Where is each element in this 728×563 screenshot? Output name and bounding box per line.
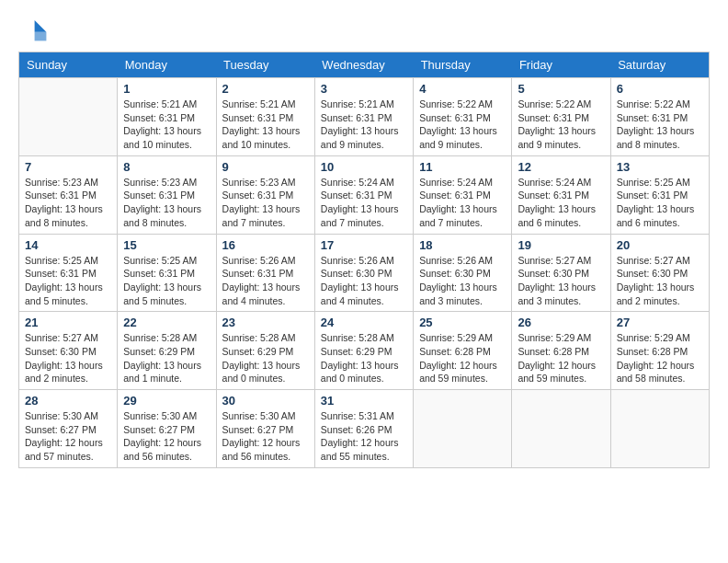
- calendar-week-row: 28Sunrise: 5:30 AM Sunset: 6:27 PM Dayli…: [19, 390, 710, 468]
- calendar-week-row: 21Sunrise: 5:27 AM Sunset: 6:30 PM Dayli…: [19, 312, 710, 390]
- day-info: Sunrise: 5:28 AM Sunset: 6:29 PM Dayligh…: [123, 331, 210, 385]
- calendar-cell: 18Sunrise: 5:26 AM Sunset: 6:30 PM Dayli…: [414, 234, 512, 312]
- calendar-cell: 7Sunrise: 5:23 AM Sunset: 6:31 PM Daylig…: [19, 155, 118, 234]
- day-number: 21: [25, 316, 111, 329]
- calendar-cell: 25Sunrise: 5:29 AM Sunset: 6:28 PM Dayli…: [414, 312, 512, 390]
- day-number: 8: [123, 160, 210, 174]
- day-info: Sunrise: 5:29 AM Sunset: 6:28 PM Dayligh…: [617, 331, 703, 385]
- calendar-cell: 27Sunrise: 5:29 AM Sunset: 6:28 PM Dayli…: [610, 312, 709, 390]
- day-number: 18: [419, 238, 506, 252]
- calendar-cell: 4Sunrise: 5:22 AM Sunset: 6:31 PM Daylig…: [414, 78, 512, 156]
- day-info: Sunrise: 5:24 AM Sunset: 6:31 PM Dayligh…: [518, 176, 604, 230]
- day-info: Sunrise: 5:27 AM Sunset: 6:30 PM Dayligh…: [617, 254, 703, 308]
- svg-marker-1: [35, 32, 47, 41]
- column-header-sunday: Sunday: [19, 52, 118, 78]
- calendar-cell: 3Sunrise: 5:21 AM Sunset: 6:31 PM Daylig…: [314, 78, 413, 156]
- calendar-cell: 5Sunrise: 5:22 AM Sunset: 6:31 PM Daylig…: [512, 78, 610, 156]
- day-number: 4: [419, 82, 506, 96]
- day-info: Sunrise: 5:30 AM Sunset: 6:27 PM Dayligh…: [222, 409, 309, 464]
- calendar-table: SundayMondayTuesdayWednesdayThursdayFrid…: [18, 52, 710, 468]
- column-header-friday: Friday: [512, 52, 610, 78]
- day-number: 30: [222, 394, 309, 408]
- calendar-cell: 21Sunrise: 5:27 AM Sunset: 6:30 PM Dayli…: [19, 312, 118, 390]
- calendar-cell: 31Sunrise: 5:31 AM Sunset: 6:26 PM Dayli…: [314, 390, 413, 468]
- day-number: 17: [321, 238, 407, 252]
- day-info: Sunrise: 5:27 AM Sunset: 6:30 PM Dayligh…: [518, 254, 604, 308]
- day-info: Sunrise: 5:25 AM Sunset: 6:31 PM Dayligh…: [123, 254, 210, 308]
- calendar-cell: 11Sunrise: 5:24 AM Sunset: 6:31 PM Dayli…: [414, 155, 512, 234]
- day-info: Sunrise: 5:26 AM Sunset: 6:31 PM Dayligh…: [222, 254, 309, 308]
- column-header-tuesday: Tuesday: [216, 52, 314, 78]
- calendar-week-row: 14Sunrise: 5:25 AM Sunset: 6:31 PM Dayli…: [19, 234, 710, 312]
- calendar-cell: 6Sunrise: 5:22 AM Sunset: 6:31 PM Daylig…: [610, 78, 709, 156]
- calendar-cell: [19, 78, 118, 156]
- column-header-saturday: Saturday: [610, 52, 709, 78]
- day-number: 1: [123, 82, 210, 96]
- calendar-cell: 14Sunrise: 5:25 AM Sunset: 6:31 PM Dayli…: [19, 234, 118, 312]
- day-info: Sunrise: 5:23 AM Sunset: 6:31 PM Dayligh…: [25, 176, 111, 230]
- day-info: Sunrise: 5:22 AM Sunset: 6:31 PM Dayligh…: [617, 98, 703, 152]
- day-number: 31: [321, 394, 407, 408]
- calendar-cell: [610, 390, 709, 468]
- day-number: 12: [518, 160, 604, 174]
- logo-icon: [18, 18, 48, 44]
- day-number: 11: [419, 160, 506, 174]
- day-info: Sunrise: 5:28 AM Sunset: 6:29 PM Dayligh…: [222, 331, 309, 385]
- calendar-cell: 17Sunrise: 5:26 AM Sunset: 6:30 PM Dayli…: [314, 234, 413, 312]
- day-info: Sunrise: 5:29 AM Sunset: 6:28 PM Dayligh…: [518, 331, 604, 385]
- logo: [18, 18, 51, 44]
- day-number: 2: [222, 82, 309, 96]
- day-info: Sunrise: 5:30 AM Sunset: 6:27 PM Dayligh…: [25, 409, 111, 464]
- day-info: Sunrise: 5:28 AM Sunset: 6:29 PM Dayligh…: [321, 331, 407, 385]
- day-number: 3: [321, 82, 407, 96]
- day-info: Sunrise: 5:31 AM Sunset: 6:26 PM Dayligh…: [321, 409, 407, 464]
- column-header-wednesday: Wednesday: [314, 52, 413, 78]
- day-number: 9: [222, 160, 309, 174]
- calendar-cell: [512, 390, 610, 468]
- calendar-cell: [414, 390, 512, 468]
- day-info: Sunrise: 5:29 AM Sunset: 6:28 PM Dayligh…: [419, 331, 506, 385]
- day-info: Sunrise: 5:25 AM Sunset: 6:31 PM Dayligh…: [25, 254, 111, 308]
- day-info: Sunrise: 5:22 AM Sunset: 6:31 PM Dayligh…: [419, 98, 506, 152]
- day-number: 26: [518, 316, 604, 329]
- calendar-cell: 20Sunrise: 5:27 AM Sunset: 6:30 PM Dayli…: [610, 234, 709, 312]
- calendar-cell: 22Sunrise: 5:28 AM Sunset: 6:29 PM Dayli…: [118, 312, 216, 390]
- day-number: 25: [419, 316, 506, 329]
- day-info: Sunrise: 5:24 AM Sunset: 6:31 PM Dayligh…: [321, 176, 407, 230]
- svg-marker-0: [35, 20, 47, 32]
- day-number: 14: [25, 238, 111, 252]
- day-number: 28: [25, 394, 111, 408]
- day-info: Sunrise: 5:26 AM Sunset: 6:30 PM Dayligh…: [321, 254, 407, 308]
- day-info: Sunrise: 5:27 AM Sunset: 6:30 PM Dayligh…: [25, 331, 111, 385]
- calendar-cell: 2Sunrise: 5:21 AM Sunset: 6:31 PM Daylig…: [216, 78, 314, 156]
- calendar-cell: 8Sunrise: 5:23 AM Sunset: 6:31 PM Daylig…: [118, 155, 216, 234]
- day-number: 15: [123, 238, 210, 252]
- calendar-week-row: 7Sunrise: 5:23 AM Sunset: 6:31 PM Daylig…: [19, 155, 710, 234]
- calendar-cell: 16Sunrise: 5:26 AM Sunset: 6:31 PM Dayli…: [216, 234, 314, 312]
- calendar-cell: 1Sunrise: 5:21 AM Sunset: 6:31 PM Daylig…: [118, 78, 216, 156]
- day-info: Sunrise: 5:25 AM Sunset: 6:31 PM Dayligh…: [617, 176, 703, 230]
- calendar-cell: 10Sunrise: 5:24 AM Sunset: 6:31 PM Dayli…: [314, 155, 413, 234]
- day-number: 5: [518, 82, 604, 96]
- calendar-cell: 9Sunrise: 5:23 AM Sunset: 6:31 PM Daylig…: [216, 155, 314, 234]
- calendar-cell: 29Sunrise: 5:30 AM Sunset: 6:27 PM Dayli…: [118, 390, 216, 468]
- calendar-cell: 13Sunrise: 5:25 AM Sunset: 6:31 PM Dayli…: [610, 155, 709, 234]
- calendar-cell: 19Sunrise: 5:27 AM Sunset: 6:30 PM Dayli…: [512, 234, 610, 312]
- page-header: [18, 18, 710, 44]
- day-info: Sunrise: 5:26 AM Sunset: 6:30 PM Dayligh…: [419, 254, 506, 308]
- day-number: 16: [222, 238, 309, 252]
- day-number: 22: [123, 316, 210, 329]
- day-info: Sunrise: 5:30 AM Sunset: 6:27 PM Dayligh…: [123, 409, 210, 464]
- calendar-week-row: 1Sunrise: 5:21 AM Sunset: 6:31 PM Daylig…: [19, 78, 710, 156]
- day-number: 20: [617, 238, 703, 252]
- calendar-cell: 15Sunrise: 5:25 AM Sunset: 6:31 PM Dayli…: [118, 234, 216, 312]
- day-info: Sunrise: 5:21 AM Sunset: 6:31 PM Dayligh…: [321, 98, 407, 152]
- day-number: 27: [617, 316, 703, 329]
- day-number: 29: [123, 394, 210, 408]
- day-info: Sunrise: 5:21 AM Sunset: 6:31 PM Dayligh…: [123, 98, 210, 152]
- calendar-cell: 30Sunrise: 5:30 AM Sunset: 6:27 PM Dayli…: [216, 390, 314, 468]
- calendar-header-row: SundayMondayTuesdayWednesdayThursdayFrid…: [19, 52, 710, 78]
- column-header-monday: Monday: [118, 52, 216, 78]
- calendar-cell: 28Sunrise: 5:30 AM Sunset: 6:27 PM Dayli…: [19, 390, 118, 468]
- day-number: 7: [25, 160, 111, 174]
